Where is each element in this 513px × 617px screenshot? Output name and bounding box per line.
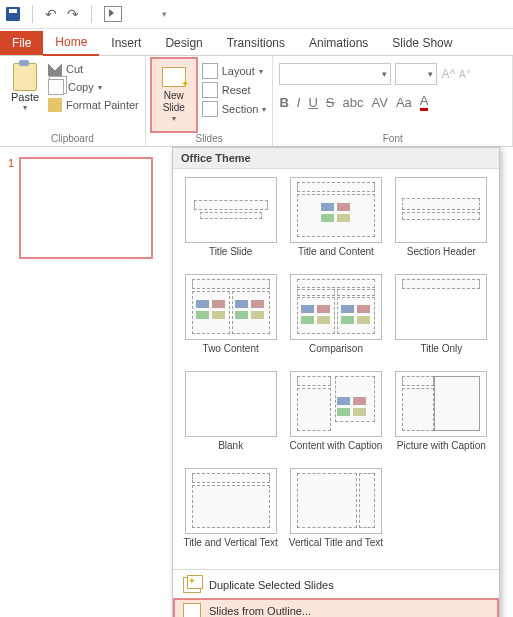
layout-two-content[interactable]: Two Content — [181, 274, 280, 365]
group-label-clipboard: Clipboard — [6, 131, 139, 146]
ribbon-tabs: File Home Insert Design Transitions Anim… — [0, 29, 513, 56]
new-slide-button[interactable]: New Slide▾ — [152, 59, 196, 131]
layout-title-and-vertical-text[interactable]: Title and Vertical Text — [181, 468, 280, 559]
qat-separator — [91, 5, 92, 23]
layout-icon — [202, 63, 218, 79]
copy-button[interactable]: Copy▾ — [48, 79, 139, 95]
layout-comparison[interactable]: Comparison — [286, 274, 385, 365]
tab-home[interactable]: Home — [43, 30, 99, 56]
slides-from-outline[interactable]: Slides from Outline... — [173, 598, 499, 617]
decrease-font-icon[interactable]: A˅ — [459, 69, 471, 80]
change-case-button[interactable]: Aa — [396, 95, 412, 110]
section-icon — [202, 101, 218, 117]
tab-animations[interactable]: Animations — [297, 31, 380, 55]
cut-button[interactable]: Cut — [48, 62, 139, 76]
layout-picture-with-caption[interactable]: Picture with Caption — [392, 371, 491, 462]
section-button[interactable]: Section▾ — [202, 101, 267, 117]
font-name-combo[interactable]: ▾ — [279, 63, 391, 85]
slide-thumbnail-pane: 1 — [0, 147, 177, 617]
workspace: 1 Office Theme Title Slide Title and Con… — [0, 147, 513, 617]
slide-number: 1 — [8, 157, 14, 259]
layout-title-only[interactable]: Title Only — [392, 274, 491, 365]
layout-vertical-title-and-text[interactable]: Vertical Title and Text — [286, 468, 385, 559]
group-label-font: Font — [279, 131, 506, 146]
dropdown-header: Office Theme — [173, 148, 499, 169]
layout-title-and-content[interactable]: Title and Content — [286, 177, 385, 268]
copy-icon — [48, 79, 64, 95]
group-font: ▾ ▾ A^ A˅ B I U S abc AV Aa A Font — [273, 56, 513, 146]
layout-gallery: Title Slide Title and Content Section He… — [173, 169, 499, 567]
bold-button[interactable]: B — [279, 95, 288, 110]
slide-thumbnail[interactable] — [19, 157, 153, 259]
quick-access-toolbar: ↶ ↷ ▾ — [0, 0, 513, 29]
reset-icon — [202, 82, 218, 98]
layout-section-header[interactable]: Section Header — [392, 177, 491, 268]
tab-insert[interactable]: Insert — [99, 31, 153, 55]
duplicate-icon — [183, 577, 201, 593]
tab-file[interactable]: File — [0, 31, 43, 55]
new-slide-dropdown: Office Theme Title Slide Title and Conte… — [172, 147, 500, 617]
tab-slideshow[interactable]: Slide Show — [380, 31, 464, 55]
font-color-button[interactable]: A — [420, 93, 429, 111]
outline-icon — [183, 603, 201, 617]
char-spacing-button[interactable]: AV — [372, 95, 388, 110]
qat-separator — [32, 5, 33, 23]
tab-design[interactable]: Design — [153, 31, 214, 55]
new-slide-icon — [162, 67, 186, 87]
paste-icon — [13, 63, 37, 91]
save-icon[interactable] — [6, 7, 20, 21]
format-painter-button[interactable]: Format Painter — [48, 98, 139, 112]
font-size-combo[interactable]: ▾ — [395, 63, 437, 85]
tab-transitions[interactable]: Transitions — [215, 31, 297, 55]
reset-button[interactable]: Reset — [202, 82, 267, 98]
start-slideshow-icon[interactable] — [104, 6, 122, 22]
group-clipboard: Paste ▾ Cut Copy▾ Format Painter Clipboa… — [0, 56, 146, 146]
increase-font-icon[interactable]: A^ — [441, 67, 455, 81]
ribbon: Paste ▾ Cut Copy▾ Format Painter Clipboa… — [0, 56, 513, 147]
layout-content-with-caption[interactable]: Content with Caption — [286, 371, 385, 462]
paste-button[interactable]: Paste ▾ — [6, 59, 44, 112]
layout-blank[interactable]: Blank — [181, 371, 280, 462]
dropdown-separator — [173, 569, 499, 570]
shadow-button[interactable]: abc — [343, 95, 364, 110]
group-slides: New Slide▾ Layout▾ Reset Section▾ Slides — [146, 56, 274, 146]
duplicate-selected-slides[interactable]: Duplicate Selected Slides — [173, 572, 499, 598]
group-label-slides: Slides — [152, 131, 267, 146]
cut-icon — [48, 62, 62, 76]
underline-button[interactable]: U — [308, 95, 317, 110]
italic-button[interactable]: I — [297, 95, 301, 110]
redo-button[interactable]: ↷ — [67, 6, 79, 22]
qat-customize-arrow[interactable]: ▾ — [162, 9, 167, 19]
layout-title-slide[interactable]: Title Slide — [181, 177, 280, 268]
layout-button[interactable]: Layout▾ — [202, 63, 267, 79]
undo-button[interactable]: ↶ — [45, 6, 57, 22]
brush-icon — [48, 98, 62, 112]
strike-button[interactable]: S — [326, 95, 335, 110]
paste-label: Paste — [11, 91, 39, 103]
